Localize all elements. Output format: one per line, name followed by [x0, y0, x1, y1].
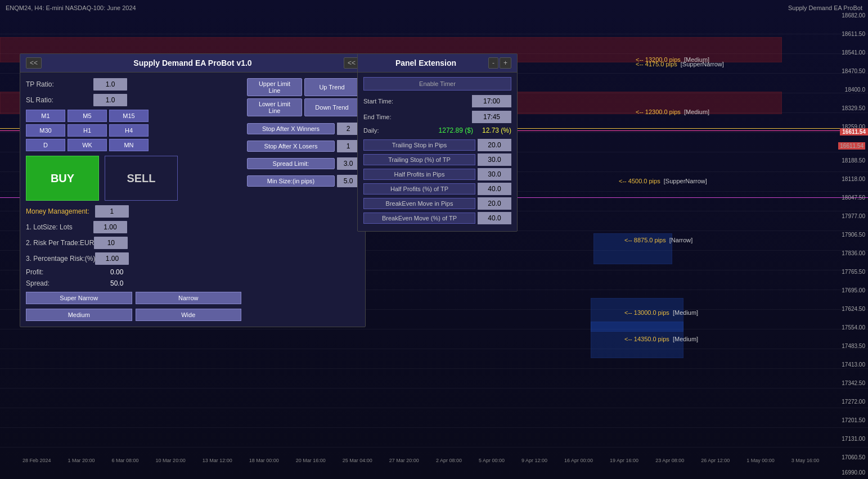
trailing-stop-pct-btn[interactable]: Trailing Stop (%) of TP	[363, 154, 475, 165]
tf-wk[interactable]: WK	[68, 139, 107, 151]
breakeven-pct-input[interactable]	[478, 212, 511, 224]
date-label: 3 May 16:00	[791, 458, 820, 463]
sl-ratio-input[interactable]	[93, 94, 127, 106]
pct-risk-row: 3. Percentage Risk:(%)	[26, 252, 241, 265]
buy-button[interactable]: BUY	[26, 156, 99, 201]
price-label: 17695.00	[842, 287, 865, 293]
spread-row: Spread: 50.0	[26, 279, 241, 287]
price-label: 18682.00	[842, 12, 865, 19]
price-label: 17201.50	[842, 417, 865, 423]
half-profits-pips-input[interactable]	[478, 168, 511, 180]
date-label: 18 Mar 00:00	[249, 458, 279, 463]
start-time-row: Start Time:	[360, 95, 515, 107]
profit-label: Profit:	[26, 268, 93, 276]
date-labels: 28 Feb 2024 1 Mar 20:00 6 Mar 08:00 10 M…	[23, 458, 819, 463]
tf-h1[interactable]: H1	[68, 124, 107, 137]
price-label: 18541.00	[842, 49, 865, 56]
grid-line	[0, 349, 868, 349]
risk-per-trade-input[interactable]	[94, 237, 128, 249]
ext-plus-btn[interactable]: +	[500, 57, 511, 69]
grid-line	[0, 408, 868, 408]
limit-line-row2: Lower Limit Line Down Trend	[247, 98, 359, 116]
grid-line	[0, 427, 868, 428]
date-label: 28 Feb 2024	[23, 458, 51, 463]
stop-winners-row: Stop After X Winners	[247, 123, 359, 135]
annotation-14350: <-- 14350.0 pips [Medium]	[624, 336, 698, 342]
grid-line	[0, 388, 868, 388]
end-time-label: End Time:	[363, 114, 472, 120]
date-label: 1 Mar 20:00	[68, 458, 95, 463]
stop-losers-input[interactable]	[337, 140, 359, 152]
trailing-stop-pips-btn[interactable]: Trailing Stop in Pips	[363, 139, 475, 151]
annotation-13000: <-- 13000.0 pips [Medium]	[624, 309, 698, 316]
tf-mn[interactable]: MN	[109, 139, 149, 151]
stop-losers-btn[interactable]: Stop After X Losers	[247, 141, 335, 152]
breakeven-pips-btn[interactable]: BreakEven Move in Pips	[363, 198, 475, 209]
tf-m15[interactable]: M15	[109, 110, 149, 122]
panel-title: Supply Demand EA ProBot v1.0	[42, 58, 344, 67]
top-bar: ENQM24, H4: E-mini NASDAQ-100: June 2024	[6, 4, 136, 11]
money-mgmt-input[interactable]	[95, 205, 129, 218]
tf-m30[interactable]: M30	[26, 124, 65, 137]
breakeven-pips-row: BreakEven Move in Pips	[360, 197, 515, 210]
wide-btn[interactable]: Wide	[136, 309, 242, 321]
ext-minus-btn[interactable]: -	[488, 57, 498, 69]
enable-timer-row: Enable Timer	[360, 77, 515, 91]
stop-winners-input[interactable]	[337, 123, 359, 135]
annotation-4175: <-- 4175.0 pips [SupperNarrow]	[636, 61, 724, 67]
enable-timer-btn[interactable]: Enable Timer	[363, 77, 511, 91]
start-time-input[interactable]	[472, 95, 511, 107]
ext-panel-body: Enable Timer Start Time: End Time: Daily…	[358, 73, 517, 231]
spread-limit-btn[interactable]: Spread Limit:	[247, 158, 335, 169]
min-size-btn[interactable]: Min Size:(in pips)	[247, 175, 335, 187]
annotation-bracket: [Medium]	[684, 109, 709, 115]
price-label: 18329.50	[842, 105, 865, 111]
annotation-bracket: [Medium]	[673, 336, 698, 342]
min-size-row: Min Size:(in pips)	[247, 175, 359, 187]
spread-limit-row: Spread Limit:	[247, 157, 359, 170]
panel-right-col: Upper Limit Line Up Trend Lower Limit Li…	[247, 78, 359, 321]
annotation-12300: <-- 12300.0 pips [Medium]	[636, 109, 709, 115]
stop-winners-btn[interactable]: Stop After X Winners	[247, 123, 335, 134]
daily-label: Daily:	[363, 127, 433, 134]
sl-ratio-label: SL Ratio:	[26, 96, 93, 104]
breakeven-pct-btn[interactable]: BreakEven Move (%) of TP	[363, 213, 475, 224]
medium-btn[interactable]: Medium	[26, 309, 132, 321]
end-time-input[interactable]	[472, 111, 511, 123]
super-narrow-btn[interactable]: Super Narrow	[26, 292, 132, 304]
annotation-bracket: [Medium]	[673, 309, 698, 316]
date-label: 9 Apr 12:00	[521, 458, 547, 463]
ext-panel-header: Panel Extension - +	[358, 54, 517, 73]
main-panel: << Supply Demand EA ProBot v1.0 << TP Ra…	[20, 53, 366, 327]
sell-button[interactable]: SELL	[105, 156, 178, 201]
price-label: 17272.00	[842, 399, 865, 405]
annotation-bracket: [SupperNarrow]	[681, 61, 724, 67]
min-size-input[interactable]	[337, 175, 359, 187]
tf-d[interactable]: D	[26, 139, 65, 151]
half-profits-pct-input[interactable]	[478, 183, 511, 195]
tp-ratio-input[interactable]	[93, 78, 127, 91]
tf-m1[interactable]: M1	[26, 110, 65, 122]
tf-h4[interactable]: H4	[109, 124, 149, 137]
trailing-stop-pct-input[interactable]	[478, 153, 511, 166]
date-label: 19 Apr 16:00	[610, 458, 638, 463]
price-label: 16990.00	[842, 469, 865, 476]
price-label: 18259.00	[842, 124, 865, 130]
top-bar-right: Supply Demand EA ProBot	[788, 4, 862, 11]
narrow-btn[interactable]: Narrow	[136, 292, 242, 304]
trailing-stop-pips-input[interactable]	[478, 139, 511, 151]
half-profits-pips-btn[interactable]: Half Profits in Pips	[363, 169, 475, 180]
lower-limit-btn[interactable]: Lower Limit Line	[247, 98, 302, 116]
lot-size-input[interactable]	[93, 221, 127, 233]
pct-risk-input[interactable]	[95, 252, 129, 265]
upper-limit-btn[interactable]: Upper Limit Line	[247, 78, 302, 96]
half-profits-pct-btn[interactable]: Half Profits (%) of TP	[363, 183, 475, 195]
collapse-left-btn[interactable]: <<	[26, 57, 42, 69]
tf-m5[interactable]: M5	[68, 110, 107, 122]
up-trend-btn[interactable]: Up Trend	[304, 78, 359, 96]
down-trend-btn[interactable]: Down Trend	[304, 98, 359, 116]
breakeven-pips-input[interactable]	[478, 197, 511, 210]
date-label: 13 Mar 12:00	[203, 458, 232, 463]
spread-limit-input[interactable]	[337, 157, 359, 170]
date-label: 6 Mar 08:00	[112, 458, 139, 463]
